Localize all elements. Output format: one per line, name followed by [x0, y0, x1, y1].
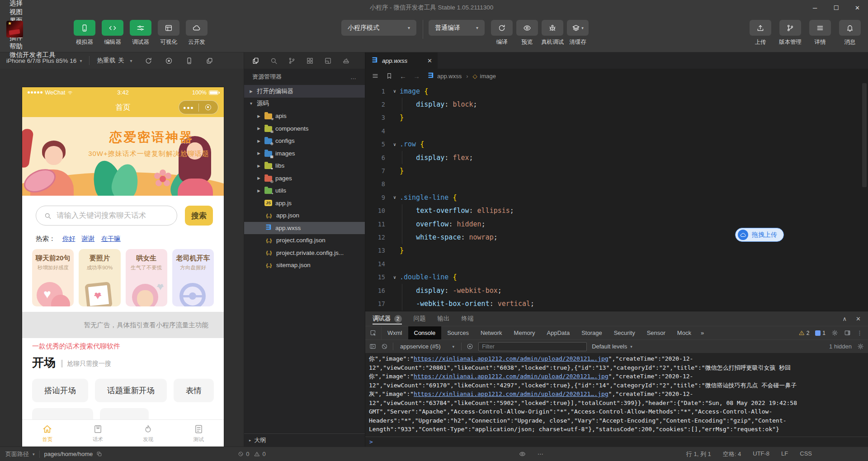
action-layers-button[interactable]: ▾清缓存	[566, 20, 590, 46]
devtools-tab-security[interactable]: Security	[608, 326, 641, 339]
devtools-tab-storage[interactable]: Storage	[576, 326, 608, 339]
execution-context-select[interactable]: appservice (#5) ▾	[398, 343, 456, 350]
tree-item-[interactable]: ▶打开的编辑器	[244, 85, 365, 98]
ship-icon[interactable]	[342, 57, 350, 65]
grid-icon[interactable]	[306, 57, 314, 65]
more-icon[interactable]: ●●●	[179, 105, 198, 110]
menu-item[interactable]: 选择	[5, 0, 61, 8]
tree-item-app.wxss[interactable]: app.wxss	[244, 222, 365, 235]
clear-console-icon[interactable]	[381, 343, 388, 350]
code-line[interactable]: 15∨.double-line {	[365, 270, 868, 283]
console-sidebar-icon[interactable]	[369, 343, 376, 350]
search-icon[interactable]	[270, 57, 278, 65]
close-button[interactable]: ✕	[847, 0, 868, 15]
live-expression-icon[interactable]	[467, 343, 473, 350]
devtools-tab-sensor[interactable]: Sensor	[641, 326, 671, 339]
wechat-capsule[interactable]: ●●●	[179, 100, 218, 114]
tree-item-configs[interactable]: ▶⚙configs	[244, 135, 365, 147]
close-panel-icon[interactable]: ✕	[856, 315, 861, 322]
status-item[interactable]: 行 1, 列 1	[686, 450, 711, 458]
toolbar-upload-button[interactable]: 上传	[749, 20, 772, 46]
topic-button[interactable]: 搭讪开场	[32, 379, 88, 402]
code-line[interactable]: 1∨image {	[365, 85, 868, 98]
toolbar-toggle-phone[interactable]: 模拟器	[73, 20, 96, 46]
phone-tab-book[interactable]: 话术	[73, 420, 123, 447]
inspect-element-icon[interactable]	[365, 326, 382, 339]
console-filter-input[interactable]	[478, 342, 587, 351]
devtools-tab-mock[interactable]: Mock	[671, 326, 697, 339]
search-input[interactable]: 请输入关键词搜索聊天话术	[36, 206, 177, 226]
dock-side-icon[interactable]	[844, 329, 851, 336]
code-line[interactable]: 17 -webkit-box-orient: vertical;	[365, 297, 868, 310]
toolbar-bell-button[interactable]: 消息	[838, 20, 862, 46]
code-line[interactable]: 3}	[365, 111, 868, 124]
forward-icon[interactable]: →	[413, 72, 420, 80]
status-item[interactable]: 空格: 4	[723, 450, 741, 458]
feature-card[interactable]: 要照片成功率90%♥	[79, 249, 120, 306]
problems-indicator[interactable]: 0 0	[238, 451, 265, 457]
debugger-tab-输出[interactable]: 输出	[438, 311, 450, 326]
phone-tab-flame[interactable]: 发现	[123, 420, 174, 447]
code-line[interactable]: 16 display: -webkit-box;	[365, 284, 868, 297]
status-item[interactable]: CSS	[800, 450, 812, 458]
hot-reload-toggle[interactable]: 热重载 关 ▾	[97, 56, 132, 65]
editor-tab-app-wxss[interactable]: app.wxss ✕	[365, 52, 438, 69]
debugger-tab-终端[interactable]: 终端	[462, 311, 474, 326]
copy-icon[interactable]	[96, 451, 102, 457]
status-item[interactable]: LF	[781, 450, 788, 458]
warning-count[interactable]: 2	[799, 330, 810, 336]
feature-card[interactable]: 哄女生生气了不要慌♥	[126, 249, 167, 306]
code-line[interactable]: 4	[365, 124, 868, 137]
preview-eye-icon[interactable]	[519, 451, 526, 457]
devtools-tab-console[interactable]: Console	[408, 326, 442, 339]
devtools-tab-appdata[interactable]: AppData	[541, 326, 576, 339]
devtools-tab-memory[interactable]: Memory	[508, 326, 541, 339]
collapse-panel-icon[interactable]: ∧	[843, 315, 847, 322]
tab-overflow-icon[interactable]: »	[697, 329, 708, 336]
drag-upload-button[interactable]: 拖拽上传	[735, 228, 784, 242]
code-line[interactable]: 13}	[365, 244, 868, 257]
menu-item[interactable]: 视图	[5, 8, 61, 16]
hero-banner[interactable]: 恋爱密语神器 30W+撩妹话术一键复制解决尬聊话题	[22, 117, 224, 196]
refresh-icon[interactable]	[145, 57, 152, 65]
console-link[interactable]: https://xinlianai.app1212.com/admin/uplo…	[414, 373, 608, 380]
code-line[interactable]: 8	[365, 178, 868, 191]
project-avatar[interactable]	[6, 21, 23, 38]
tree-item-pages[interactable]: ▶◎pages	[244, 172, 365, 185]
phone-icon[interactable]	[185, 57, 193, 65]
compile-mode-select[interactable]: 普通编译 ▾	[429, 20, 485, 36]
breadcrumb[interactable]: app.wxss › ◇ image	[427, 71, 496, 80]
feature-card[interactable]: 聊天前20句秒增加好感度♥	[32, 249, 74, 306]
code-line[interactable]: 10 text-overflow: ellipsis;	[365, 204, 868, 217]
devtools-settings-icon[interactable]	[831, 329, 838, 336]
console-log[interactable]: 你","image":"https://xinlianai.app1212.co…	[365, 353, 868, 437]
code-line[interactable]: 14	[365, 257, 868, 270]
action-refresh-button[interactable]: 编译	[490, 20, 514, 46]
tree-item-utils[interactable]: ▶+utils	[244, 184, 365, 197]
action-bug-button[interactable]: 真机调试	[541, 20, 564, 46]
record-icon[interactable]	[165, 57, 173, 65]
code-line[interactable]: 6 display: flex;	[365, 151, 868, 164]
phone-tab-doc[interactable]: 测试	[174, 420, 224, 447]
maximize-button[interactable]: ☐	[826, 0, 847, 15]
minimize-button[interactable]: ─	[804, 0, 826, 15]
tree-item-images[interactable]: ▶▦images	[244, 147, 365, 160]
debugger-tab-问题[interactable]: 问题	[414, 311, 426, 326]
toolbar-branch-button[interactable]: 版本管理	[778, 20, 802, 46]
console-link[interactable]: https://xinlianai.app1212.com/admin/uplo…	[414, 390, 608, 397]
tree-item-sitemap.json[interactable]: {..}sitemap.json	[244, 259, 365, 272]
tree-item-apis[interactable]: ▶#apis	[244, 110, 365, 122]
back-icon[interactable]: ←	[400, 72, 406, 80]
toolbar-toggle-sliders[interactable]: 调试器	[129, 20, 152, 46]
more-icon[interactable]: ⋯	[538, 451, 544, 457]
code-line[interactable]: 11 overflow: hidden;	[365, 217, 868, 230]
devtools-tab-network[interactable]: Network	[475, 326, 508, 339]
tree-item-[interactable]: ▼源码	[244, 98, 365, 110]
layout-icon[interactable]	[324, 57, 332, 65]
menu-item[interactable]: 微信开发者工具	[5, 51, 61, 59]
topic-button[interactable]: 话题重新开场	[95, 379, 167, 402]
toolbar-rows-button[interactable]: 详情	[808, 20, 832, 46]
console-link[interactable]: https://xinlianai.app1212.com/admin/uplo…	[414, 355, 608, 362]
code-line[interactable]: 5∨.row {	[365, 138, 868, 151]
console-settings-icon[interactable]	[857, 343, 864, 350]
